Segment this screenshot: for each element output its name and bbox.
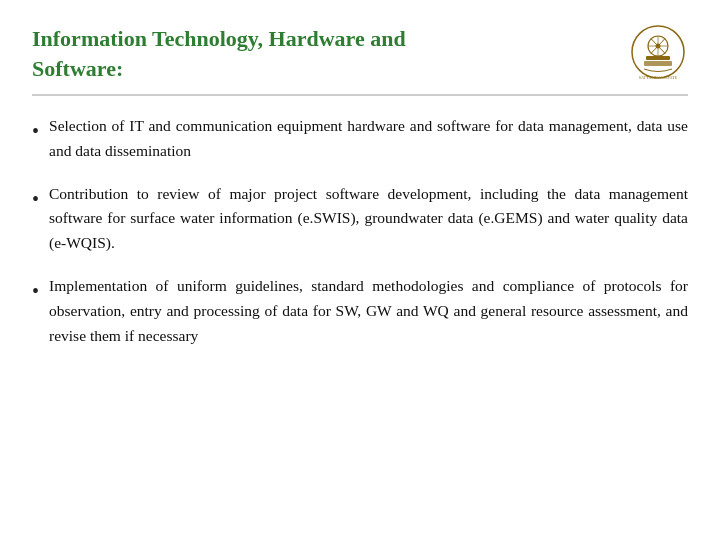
bullet-list: • Selection of IT and communication equi…: [32, 114, 688, 348]
bullet-dot-2: •: [32, 184, 39, 214]
svg-rect-9: [646, 56, 670, 60]
slide-header: Information Technology, Hardware and Sof…: [32, 24, 688, 96]
slide: Information Technology, Hardware and Sof…: [0, 0, 720, 540]
title-line1: Information Technology, Hardware and: [32, 26, 406, 51]
bullet-dot-1: •: [32, 116, 39, 146]
title-line2: Software:: [32, 56, 123, 81]
bullet-dot-3: •: [32, 276, 39, 306]
bullet-text-1: Selection of IT and communication equipm…: [49, 114, 688, 164]
bullet-text-3: Implementation of uniform guidelines, st…: [49, 274, 688, 348]
government-emblem: SATYAMEVA JAYATE: [628, 24, 688, 84]
emblem-svg: SATYAMEVA JAYATE: [628, 24, 688, 84]
bullet-item-2: • Contribution to review of major projec…: [32, 182, 688, 256]
bullet-item-3: • Implementation of uniform guidelines, …: [32, 274, 688, 348]
svg-text:SATYAMEVA JAYATE: SATYAMEVA JAYATE: [639, 75, 678, 80]
bullet-item-1: • Selection of IT and communication equi…: [32, 114, 688, 164]
svg-rect-10: [644, 61, 672, 66]
bullet-text-2: Contribution to review of major project …: [49, 182, 688, 256]
slide-title: Information Technology, Hardware and Sof…: [32, 24, 406, 83]
